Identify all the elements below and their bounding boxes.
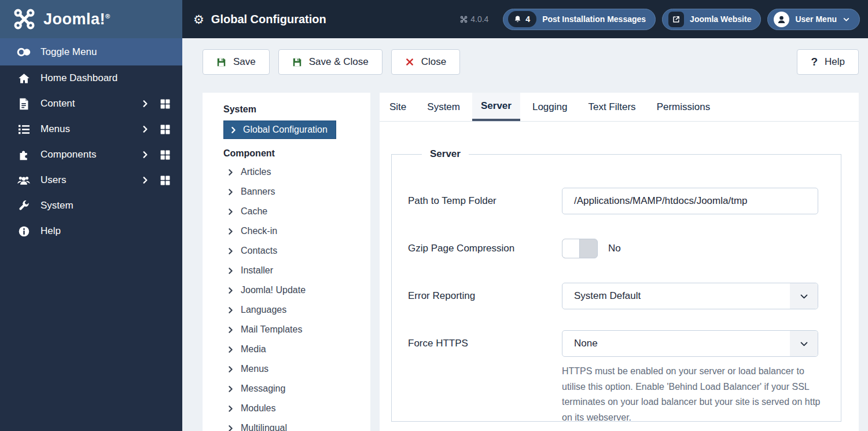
chevron-down-icon [799,291,809,301]
header: Joomla!® ⚙ Global Configuration 4.0.4 [0,0,868,38]
sidebar-item-label: System [41,200,73,211]
tab-logging[interactable]: Logging [524,93,576,121]
chevron-right-icon [227,287,234,294]
component-item-installer[interactable]: Installer [223,261,362,280]
force-https-value: None [574,338,598,349]
tab-system[interactable]: System [418,93,469,121]
chevron-down-icon [843,16,850,23]
save-and-close-button-label: Save & Close [309,56,369,68]
tab-server[interactable]: Server [472,93,520,121]
component-item-multilingual[interactable]: Multilingual [223,418,362,431]
gzip-toggle[interactable] [562,239,598,258]
chevron-right-icon [227,405,234,412]
component-item-cache[interactable]: Cache [223,202,362,221]
chevron-down-icon [799,339,809,349]
form-row-temp-path: Path to Temp Folder [408,188,822,214]
info-icon [16,225,31,238]
joomla-version-icon [460,16,468,23]
sidebar-item-system[interactable]: System [0,193,182,218]
sidebar-item-home-dashboard[interactable]: Home Dashboard [0,65,182,91]
component-item-check-in[interactable]: Check-in [223,221,362,241]
component-item-messaging[interactable]: Messaging [223,379,362,399]
chevron-right-icon [227,326,234,334]
component-item-media[interactable]: Media [223,339,362,359]
wrench-icon [16,200,31,212]
user-menu-button[interactable]: User Menu [767,9,860,30]
component-item-banners[interactable]: Banners [223,182,362,202]
component-item-label: Messaging [241,383,285,394]
sidebar-item-toggle-menu[interactable]: Toggle Menu [0,38,182,65]
bell-icon [513,15,522,24]
document-icon [16,98,31,110]
error-reporting-value: System Default [574,290,641,302]
gzip-toggle-knob [562,239,580,258]
chevron-right-icon [227,169,234,176]
save-and-close-button[interactable]: Save & Close [278,49,382,75]
component-item-articles[interactable]: Articles [223,162,362,182]
component-item-modules[interactable]: Modules [223,399,362,418]
sidebar-item-label: Users [41,174,66,186]
force-https-label: Force HTTPS [408,330,562,425]
dashboard-grid-icon[interactable] [160,98,171,109]
sidebar-item-help[interactable]: Help [0,218,182,244]
dashboard-grid-icon[interactable] [160,149,171,160]
component-item-label: Languages [241,305,286,315]
sidebar-item-label: Content [41,98,75,109]
temp-path-input[interactable] [562,188,818,214]
secondary-sidebar: System Global Configuration Component Ar… [203,93,370,431]
joomla-logo-icon [13,8,36,31]
sidebar-item-users[interactable]: Users [0,167,182,193]
chevron-right-icon [227,306,234,314]
joomla-wordmark: Joomla!® [43,10,111,28]
messages-label: Post Installation Messages [542,14,646,24]
form-row-gzip: Gzip Page Compression No [408,235,822,262]
chevron-right-icon [227,208,234,216]
component-item-label: Multilingual [241,423,287,431]
component-item-label: Articles [241,167,271,177]
component-item-joomla-update[interactable]: Joomla! Update [223,280,362,300]
tab-text-filters[interactable]: Text Filters [579,93,644,121]
chevron-right-icon[interactable] [141,176,149,184]
chevron-right-icon[interactable] [141,100,149,108]
joomla-website-button[interactable]: Joomla Website [662,9,761,30]
sidebar-item-label: Components [41,149,96,160]
post-installation-messages-button[interactable]: 4 Post Installation Messages [503,9,656,30]
save-button[interactable]: Save [203,49,270,75]
component-item-label: Modules [241,403,275,414]
secondary-item-global-configuration[interactable]: Global Configuration [223,120,336,139]
chevron-right-icon[interactable] [141,125,149,133]
dashboard-grid-icon[interactable] [160,124,171,135]
home-icon [16,72,31,85]
component-item-label: Contacts [241,246,277,256]
close-icon [405,57,414,67]
component-item-languages[interactable]: Languages [223,300,362,320]
page-title-wrap: ⚙ Global Configuration [193,13,326,26]
page-title: Global Configuration [211,13,326,26]
main-panel: Site System Server Logging Text Filters … [380,93,859,431]
component-item-menus[interactable]: Menus [223,359,362,379]
sidebar-item-components[interactable]: Components [0,142,182,167]
dashboard-grid-icon[interactable] [160,175,171,186]
component-item-mail-templates[interactable]: Mail Templates [223,320,362,339]
tab-site[interactable]: Site [381,93,415,121]
chevron-right-icon [230,126,237,134]
tab-permissions[interactable]: Permissions [648,93,719,121]
error-reporting-select[interactable]: System Default [562,283,818,309]
chevron-right-icon[interactable] [141,151,149,159]
sidebar-item-content[interactable]: Content [0,91,182,116]
toggle-icon [16,46,31,58]
help-button[interactable]: ? Help [797,49,859,75]
component-item-contacts[interactable]: Contacts [223,241,362,261]
sidebar-item-label: Home Dashboard [41,72,117,84]
messages-badge: 4 [508,11,536,27]
toolbar: Save Save & Close Close ? Help [182,38,868,93]
gzip-toggle-state: No [608,243,621,254]
sidebar-item-menus[interactable]: Menus [0,116,182,142]
sidebar-item-label: Menus [41,123,70,135]
force-https-select[interactable]: None [562,330,818,357]
close-button[interactable]: Close [391,49,460,75]
chevron-right-icon [227,385,234,393]
user-icon [774,12,789,27]
component-item-label: Media [241,344,266,355]
save-button-label: Save [233,56,256,68]
